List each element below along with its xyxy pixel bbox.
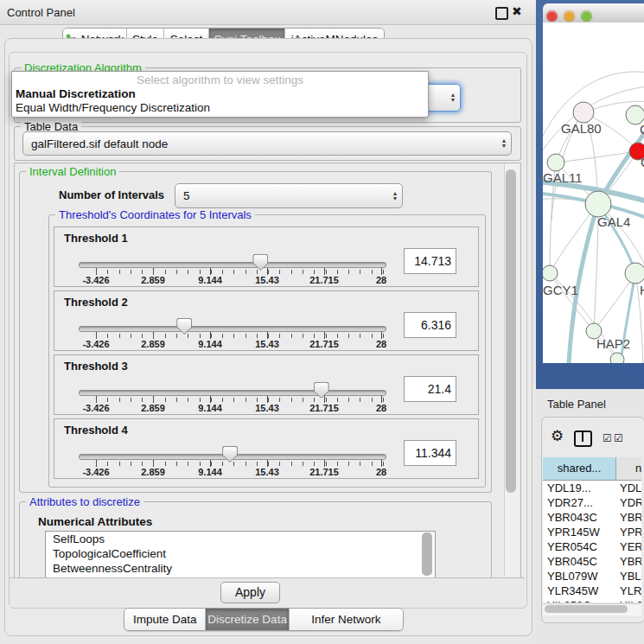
checkbox-icon[interactable]: ☑ (603, 432, 612, 444)
tick-label: -3.426 (82, 467, 109, 477)
cell-name[interactable]: YBL0 (620, 569, 641, 583)
cell-name[interactable]: YDL1 (620, 481, 641, 495)
table-row[interactable]: YBR045CYBR0 (543, 554, 641, 569)
table-row[interactable]: YBR043CYBR0 (543, 510, 641, 525)
cell-name[interactable]: YLR3 (620, 583, 641, 598)
close-icon[interactable]: ✖ (512, 4, 522, 18)
cell-name[interactable]: YDR2 (620, 495, 641, 510)
attributes-scrollbar-thumb[interactable] (422, 532, 432, 576)
tick-label: 9.144 (198, 339, 222, 349)
threshold-value-field[interactable]: 14.713 (404, 248, 456, 274)
numerical-attributes-label: Numerical Attributes (38, 515, 152, 528)
list-item[interactable]: SelfLoops (46, 532, 435, 546)
cell-name[interactable]: YPR1 (620, 525, 641, 539)
cell-name[interactable]: YBR0 (620, 510, 641, 525)
table-hscrollbar-thumb[interactable] (545, 605, 628, 613)
threshold-value-field[interactable]: 21.4 (404, 376, 456, 402)
cell-shared-name[interactable]: YPR145W (547, 525, 615, 539)
settings-scrollbar-thumb[interactable] (506, 169, 516, 493)
table-data-combobox[interactable]: galFiltered.sif default node ▲▼ (22, 131, 512, 156)
slider-thumb[interactable] (314, 382, 329, 399)
table-row[interactable]: YBL079WYBL0 (543, 569, 641, 583)
option-equal-width-frequency[interactable]: Equal Width/Frequency Discretization (16, 101, 210, 114)
tab-discretize-data[interactable]: Discretize Data (206, 609, 289, 630)
algorithm-dropdown-popup: Select algorithm to view settings Manual… (11, 71, 429, 118)
table-row[interactable]: YLR345WYLR3 (543, 583, 641, 598)
network-canvas[interactable]: GAL80GCGAL11GAL4GCY1HHAP2 (543, 22, 644, 363)
table-row[interactable]: YER054CYER0 (543, 539, 641, 554)
tick-label: 28 (376, 467, 386, 477)
cell-name[interactable]: YER0 (620, 539, 641, 554)
cell-shared-name[interactable]: YBR045C (547, 554, 615, 569)
tick-label: 2.859 (141, 339, 165, 349)
tick-label: 15.43 (255, 275, 279, 285)
node-gal4[interactable] (585, 191, 611, 217)
column-header-shared-name[interactable]: shared... (543, 457, 616, 480)
node-right-mid[interactable] (625, 263, 644, 284)
slider-track[interactable] (79, 262, 386, 268)
slider-track[interactable] (79, 326, 386, 332)
tab-impute-data[interactable]: Impute Data (124, 609, 206, 630)
stepper-icon: ▲▼ (446, 92, 460, 103)
cell-shared-name[interactable]: YBR043C (547, 510, 615, 525)
node-label-gal4: GAL4 (597, 214, 630, 229)
node-gal11[interactable] (547, 154, 564, 171)
apply-button[interactable]: Apply (220, 582, 280, 603)
gear-icon[interactable]: ⚙ (551, 427, 564, 445)
float-window-icon[interactable] (495, 7, 508, 20)
tick-label: -3.426 (82, 339, 109, 349)
table-row[interactable]: YDR27...YDR2 (543, 495, 641, 510)
number-of-intervals-combobox[interactable]: 5 ▲▼ (175, 183, 403, 208)
tick-label: -3.426 (82, 275, 109, 285)
mac-close-light[interactable] (546, 10, 558, 22)
cell-name[interactable]: YBR0 (620, 554, 641, 569)
mac-minimize-light[interactable] (564, 10, 575, 22)
cell-shared-name[interactable]: YDL19... (547, 481, 615, 495)
slider-thumb[interactable] (176, 318, 192, 335)
table-row[interactable]: YDL19...YDL1 (543, 481, 641, 495)
list-item[interactable]: BetweennessCentrality (46, 561, 435, 576)
group-label-thresholds: Threshold's Coordinates for 5 Intervals (55, 208, 255, 221)
node-partial-bottom[interactable] (610, 353, 624, 363)
slider-thumb[interactable] (252, 254, 268, 271)
list-item[interactable]: TopologicalCoefficient (46, 546, 435, 561)
table-header-row: shared... n (543, 457, 641, 481)
threshold-value-field[interactable]: 11.344 (404, 440, 456, 466)
threshold-value-field[interactable]: 6.316 (404, 312, 456, 338)
group-label-attributes: Attributes to discretize (26, 495, 143, 508)
slider-track[interactable] (79, 390, 386, 396)
panel-title: Control Panel (7, 6, 75, 19)
table-row[interactable]: YPR145WYPR1 (543, 525, 641, 539)
checkbox-icon[interactable]: ☑ (614, 432, 623, 444)
threshold-label: Threshold 4 (64, 424, 128, 437)
cell-shared-name[interactable]: YIL052C (547, 598, 615, 603)
control-panel-titlebar: Control Panel ✖ (0, 0, 536, 25)
tick-label: 2.859 (141, 403, 165, 413)
node-gcy1[interactable] (543, 265, 558, 281)
number-of-intervals-label: Number of Intervals (59, 188, 164, 201)
option-manual-discretization[interactable]: Manual Discretization (16, 87, 136, 100)
tab-infer-network[interactable]: Infer Network (290, 609, 403, 630)
tick-label: 9.144 (198, 275, 222, 285)
slider-thumb[interactable] (222, 446, 238, 462)
node-gal80[interactable] (573, 102, 594, 123)
mac-zoom-light[interactable] (581, 10, 592, 22)
tick-label: 2.859 (141, 275, 165, 285)
node-label-h: H (640, 283, 644, 297)
cell-shared-name[interactable]: YBL079W (547, 569, 615, 583)
column-layout-icon[interactable] (574, 430, 592, 447)
attributes-listbox[interactable]: SelfLoopsTopologicalCoefficientBetweenne… (45, 531, 436, 583)
column-header-name[interactable]: n (616, 457, 641, 480)
cell-name[interactable]: YIL0 (620, 598, 641, 603)
tick-marks-minor (96, 462, 384, 466)
cell-shared-name[interactable]: YER054C (547, 539, 615, 554)
table-row[interactable]: YIL052CYIL0 (543, 598, 641, 603)
node-label-hap2: HAP2 (596, 336, 630, 351)
cell-shared-name[interactable]: YDR27... (547, 495, 615, 510)
stepper-icon: ▲▼ (497, 138, 511, 149)
cell-shared-name[interactable]: YLR345W (547, 583, 615, 598)
network-window-titlebar[interactable] (543, 3, 644, 23)
tick-label: 21.715 (309, 275, 339, 285)
table-data-value: galFiltered.sif default node (23, 137, 497, 150)
tick-label: -3.426 (82, 403, 109, 413)
